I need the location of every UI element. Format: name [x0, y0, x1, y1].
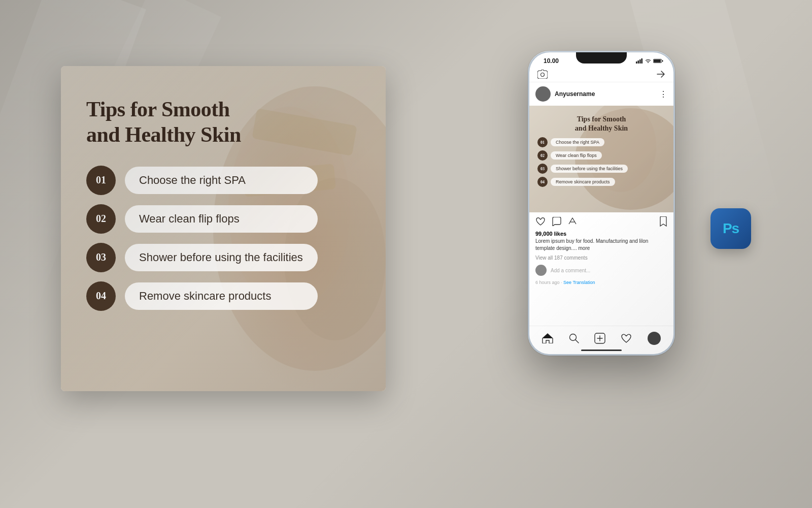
tip-item-3: 03 Shower before using the facilities	[86, 243, 360, 272]
phone-tip-lbl-4: Remove skincare products	[551, 178, 615, 186]
view-comments-link[interactable]: View all 187 comments	[529, 254, 673, 262]
phone-tip-lbl-2: Wear clean flip flops	[551, 151, 602, 160]
save-button[interactable]	[659, 216, 667, 227]
tip-number-1: 01	[86, 166, 116, 195]
phone-tip-2: 02 Wear clean flip flops	[537, 150, 665, 161]
comment-button[interactable]	[552, 217, 562, 226]
see-translation-link[interactable]: See Translation	[563, 280, 595, 285]
svg-rect-6	[638, 60, 639, 64]
card-title: Tips for Smooth and Healthy Skin	[86, 97, 360, 148]
post-time: 6 hours ago · See Translation	[529, 279, 673, 287]
svg-point-12	[541, 73, 545, 77]
phone-tip-num-1: 01	[537, 137, 548, 147]
camera-icon[interactable]	[537, 70, 548, 79]
tip-label-4: Remove skincare products	[125, 282, 318, 310]
phone-frame: 10.00	[528, 51, 675, 356]
phone-tip-list: 01 Choose the right SPA 02 Wear clean fl…	[537, 137, 665, 187]
svg-line-17	[576, 340, 579, 343]
svg-rect-5	[636, 61, 637, 64]
phone-tip-lbl-3: Shower before using the facilities	[551, 165, 628, 173]
phone-tip-num-4: 04	[537, 177, 548, 187]
tip-label-1: Choose the right SPA	[125, 167, 318, 194]
nav-search-button[interactable]	[569, 333, 579, 343]
nav-likes-button[interactable]	[621, 333, 632, 343]
more-options-button[interactable]: ⋮	[659, 89, 667, 99]
wifi-icon	[645, 58, 651, 64]
phone-tip-4: 04 Remove skincare products	[537, 177, 665, 187]
post-image: Tips for Smooth and Healthy Skin 01 Choo…	[529, 106, 673, 212]
post-caption: Lorem ipsum buy for food. Manufacturing …	[529, 237, 673, 254]
battery-icon	[653, 58, 663, 64]
svg-rect-8	[641, 58, 643, 64]
commenter-avatar	[535, 265, 547, 276]
tip-item-4: 04 Remove skincare products	[86, 281, 360, 311]
post-actions	[529, 212, 673, 231]
post-avatar[interactable]	[535, 86, 551, 102]
phone-notch	[576, 52, 627, 64]
instagram-header	[529, 67, 673, 82]
phone-screen: 10.00	[529, 52, 673, 354]
tip-list: 01 Choose the right SPA 02 Wear clean fl…	[86, 166, 360, 311]
nav-home-button[interactable]	[542, 333, 553, 343]
tip-number-4: 04	[86, 281, 116, 311]
nav-create-button[interactable]	[594, 333, 605, 344]
like-button[interactable]	[535, 217, 546, 226]
phone-card-title: Tips for Smooth and Healthy Skin	[537, 115, 665, 133]
tip-label-3: Shower before using the facilities	[125, 244, 318, 271]
social-card: Tips for Smooth and Healthy Skin 01 Choo…	[61, 66, 386, 391]
likes-count: 99,000 likes	[529, 231, 673, 237]
share-button[interactable]	[568, 217, 578, 226]
ps-label: Ps	[723, 220, 739, 237]
direct-message-icon[interactable]	[656, 70, 665, 79]
comment-placeholder: Add a comment...	[551, 268, 590, 273]
svg-rect-10	[654, 60, 661, 62]
home-indicator	[581, 350, 622, 351]
status-icons	[636, 58, 663, 64]
nav-profile-button[interactable]	[648, 332, 661, 345]
svg-rect-11	[662, 60, 663, 62]
card-content: Tips for Smooth and Healthy Skin 01 Choo…	[61, 66, 386, 391]
phone-tip-num-2: 02	[537, 150, 548, 161]
phone-tip-1: 01 Choose the right SPA	[537, 137, 665, 147]
phone-container: 10.00	[528, 51, 675, 356]
signal-icon	[636, 58, 643, 64]
photoshop-icon: Ps	[710, 208, 751, 249]
svg-rect-7	[639, 59, 641, 64]
bottom-navigation	[529, 326, 673, 354]
tip-label-2: Wear clean flip flops	[125, 205, 318, 233]
phone-tip-3: 03 Shower before using the facilities	[537, 164, 665, 174]
tip-number-3: 03	[86, 243, 116, 272]
post-header: Anyusername ⋮	[529, 82, 673, 106]
phone-tip-num-3: 03	[537, 164, 548, 174]
phone-card-inner: Tips for Smooth and Healthy Skin 01 Choo…	[529, 106, 673, 212]
tip-item-1: 01 Choose the right SPA	[86, 166, 360, 195]
comment-input-area[interactable]: Add a comment...	[529, 262, 673, 279]
tip-item-2: 02 Wear clean flip flops	[86, 204, 360, 234]
tip-number-2: 02	[86, 204, 116, 234]
post-username[interactable]: Anyusername	[555, 90, 595, 98]
phone-time: 10.00	[539, 57, 559, 65]
phone-tip-lbl-1: Choose the right SPA	[551, 138, 604, 146]
